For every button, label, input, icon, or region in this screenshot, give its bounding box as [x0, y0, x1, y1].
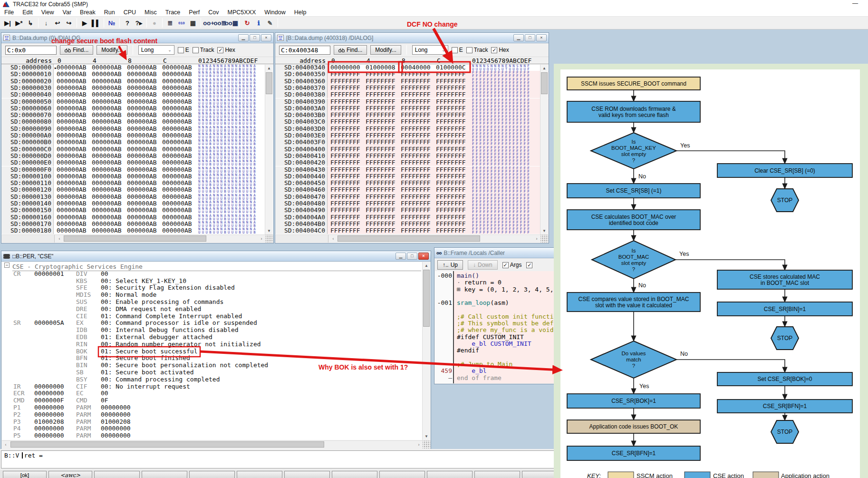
scroll-left-arrow[interactable]: ‹	[329, 235, 337, 243]
frame-code-line[interactable]: e_bl CUSTOM_INIT	[457, 341, 531, 347]
frame-args-checkbox[interactable]: ✓Args	[502, 262, 522, 268]
menu-mpc5xxx[interactable]: MPC5XXX	[223, 9, 260, 17]
step-out-icon[interactable]: ↳	[25, 18, 36, 28]
data-dump-icon[interactable]: 010	[176, 18, 187, 28]
dump2-vertical-scrollbar[interactable]: ▲▼	[540, 65, 548, 234]
frame-code-line[interactable]: #endif	[457, 347, 479, 354]
menu-help[interactable]: Help	[290, 9, 311, 17]
dump2-track-checkbox[interactable]: Track	[466, 47, 488, 53]
per-register-line[interactable]: BIN00: Secure boot personalization not c…	[2, 362, 423, 369]
dump-row[interactable]: SD:00400370FFFFFFFFFFFFFFFFFFFFFFFFFFFFF…	[275, 85, 549, 91]
dump2-modify-button[interactable]: Modify...	[370, 45, 401, 55]
per-register-line[interactable]: BOK01: Secure boot successful	[2, 348, 423, 355]
dump-row[interactable]: SD:00000070000000AB000000AB000000AB00000…	[1, 112, 273, 118]
menu-cpu[interactable]: CPU	[119, 9, 140, 17]
scroll-right-arrow[interactable]: ›	[415, 441, 423, 449]
break-icon[interactable]: ▌▌	[90, 18, 102, 28]
per-register-line[interactable]: BFN01: Secure boot finished	[2, 355, 423, 362]
dump-row[interactable]: SD:000000D0000000AB000000AB000000AB00000…	[1, 153, 273, 159]
scroll-left-arrow[interactable]: ‹	[56, 235, 63, 243]
scroll-down-arrow[interactable]: ▼	[265, 227, 273, 234]
softkey-blank[interactable]	[284, 471, 330, 478]
softkey-ok[interactable]: [ok]	[3, 471, 47, 478]
dump-row[interactable]: SD:00000040000000AB000000AB000000AB00000…	[1, 91, 273, 98]
dump-row[interactable]: SD:00400440FFFFFFFFFFFFFFFFFFFFFFFFFFFFF…	[275, 173, 549, 180]
dump-row[interactable]: SD:00000000▸000000AB000000AB000000AB0000…	[1, 64, 273, 71]
frame-code-line[interactable]: ⊞ key = (0, 1, 2, 3, 4, 5,	[457, 286, 554, 293]
dump1-address-input[interactable]: C:0x0	[5, 46, 57, 55]
dump-row[interactable]: SD:00000050000000AB000000AB000000AB00000…	[1, 98, 273, 105]
go-return-icon[interactable]: ↩	[52, 18, 63, 28]
resize-grip[interactable]	[423, 441, 430, 449]
per-register-line[interactable]: BSY00: Command processing completed	[2, 376, 423, 383]
per-register-line[interactable]: RIN00: Random number generator not initi…	[2, 341, 423, 348]
dump-row[interactable]: SD:00400350FFFFFFFFFFFFFFFFFFFFFFFFFFFFF…	[275, 71, 549, 78]
dump1-titlebar[interactable]: 010101 B::Data.dump (0) /DIALOG ▁ □ ×	[1, 33, 273, 43]
edit-icon[interactable]: ✎	[264, 18, 276, 28]
softkey-blank[interactable]	[379, 471, 425, 478]
dump2-titlebar[interactable]: 010101 [B::Data.dump (400318) /DIALOG] ▁…	[275, 33, 549, 43]
menu-window[interactable]: Window	[260, 9, 289, 17]
dump2-find-button[interactable]: Find...	[334, 45, 367, 55]
per-register-line[interactable]: P200000000PARM00000000	[2, 411, 423, 419]
dump-row[interactable]: SD:00400400FFFFFFFFFFFFFFFFFFFFFFFFFFFFF…	[275, 146, 549, 153]
per-register-line[interactable]: SB01: Secure boot activated	[2, 369, 423, 376]
dump-row[interactable]: SD:00400470FFFFFFFFFFFFFFFFFFFFFFFFFFFFF…	[275, 194, 549, 200]
dump-row[interactable]: SD:00000120000000AB000000AB000000AB00000…	[1, 186, 273, 193]
softkey-blank[interactable]	[332, 471, 377, 478]
menu-view[interactable]: View	[37, 9, 58, 17]
scroll-up-arrow[interactable]: ▲	[423, 262, 430, 269]
dump1-track-checkbox[interactable]: Track	[193, 47, 214, 53]
dump2-size-select[interactable]: Long⌄	[412, 45, 448, 55]
dump-row[interactable]: SD:004003F0FFFFFFFFFFFFFFFFFFFFFFFFFFFFF…	[275, 139, 549, 146]
dump2-address-input[interactable]: C:0x400348	[279, 46, 330, 55]
dump-row[interactable]: SD:00000110000000AB000000AB000000AB00000…	[1, 180, 273, 186]
dump2-horizontal-scrollbar[interactable]: ‹›	[276, 234, 548, 243]
dump-row[interactable]: SD:000000B0000000AB000000AB000000AB00000…	[1, 139, 273, 146]
softkey-blank[interactable]	[94, 471, 140, 478]
frame-code-line[interactable]: ;# This symbol must be def	[457, 320, 554, 327]
dump-row[interactable]: SD:00000100000000AB000000AB000000AB00000…	[1, 173, 273, 180]
help-icon[interactable]: ?	[122, 18, 133, 28]
scroll-right-arrow[interactable]: ›	[533, 235, 540, 243]
scroll-up-arrow[interactable]: ▲	[540, 65, 548, 72]
step-single-icon[interactable]: ▶|	[2, 18, 13, 28]
dump-row[interactable]: SD:00000130000000AB000000AB000000AB00000…	[1, 194, 273, 200]
dump-row[interactable]: SD:00400380FFFFFFFFFFFFFFFFFFFFFFFFFFFFF…	[275, 91, 549, 98]
go-icon[interactable]: ▶	[79, 18, 90, 28]
menu-cov[interactable]: Cov	[204, 9, 223, 17]
per-titlebar[interactable]: □B::PER, "CSE" ▁ □ ×	[1, 251, 431, 262]
resize-grip[interactable]	[265, 235, 273, 243]
dump1-find-button[interactable]: Find...	[60, 45, 93, 55]
dump-row[interactable]: SD:00000170000000AB000000AB000000AB00000…	[1, 221, 273, 227]
frame-code-line[interactable]: · return = 0	[457, 279, 502, 286]
per-register-line[interactable]: SFE00: Security Flag Extension disabled	[2, 284, 423, 292]
dump-row[interactable]: SD:000000C0000000AB000000AB000000AB00000…	[1, 146, 273, 153]
dump-row[interactable]: SD:00000080000000AB000000AB000000AB00000…	[1, 118, 273, 125]
step-over-icon[interactable]: ▶*	[13, 18, 25, 28]
scroll-thumb[interactable]	[338, 235, 480, 242]
dump-row[interactable]: SD:00400360FFFFFFFFFFFFFFFFFFFFFFFFFFFFF…	[275, 78, 549, 85]
dump-row[interactable]: SD:00000030000000AB000000AB000000AB00000…	[1, 85, 273, 91]
dump-row[interactable]: SD:004004C0FFFFFFFFFFFFFFFFFFFFFFFFFFFFF…	[275, 227, 549, 234]
menu-edit[interactable]: Edit	[18, 9, 37, 17]
per-register-line[interactable]: P500000000PARM00000000	[2, 432, 423, 439]
per-register-line[interactable]: KBS00: Select KEY_1-KEY_10	[2, 278, 423, 285]
per-register-line[interactable]: DRE00: DMA request not enabled	[2, 306, 423, 313]
per-close-button[interactable]: ×	[418, 253, 429, 260]
scroll-left-arrow[interactable]: ‹	[2, 441, 10, 449]
scroll-thumb[interactable]	[541, 72, 548, 94]
dump2-close-button[interactable]: ×	[536, 34, 547, 41]
dump-row[interactable]: SD:004003D0FFFFFFFFFFFFFFFFFFFFFFFFFFFFF…	[275, 126, 549, 132]
frame-code-line[interactable]: ;# Jump to Main	[457, 361, 512, 368]
resize-grip[interactable]	[540, 235, 548, 243]
dump1-vertical-scrollbar[interactable]: ▲▼	[265, 65, 273, 234]
per-register-line[interactable]: ECR00000000EC00	[2, 390, 423, 397]
data-list-icon[interactable]: ≣	[164, 18, 176, 28]
per-register-line[interactable]: SR0000005AEX00: Command processor is idl…	[2, 320, 423, 327]
dump-row[interactable]: SD:000000F0000000AB000000AB000000AB00000…	[1, 166, 273, 173]
dump2-data-area[interactable]: SD:0040034000000000010000080004000001000…	[275, 64, 549, 234]
menu-run[interactable]: Run	[100, 9, 119, 17]
dump-row[interactable]: SD:00400430FFFFFFFFFFFFFFFFFFFFFFFFFFFFF…	[275, 166, 549, 173]
dump2-hex-checkbox[interactable]: ✓Hex	[491, 47, 509, 53]
